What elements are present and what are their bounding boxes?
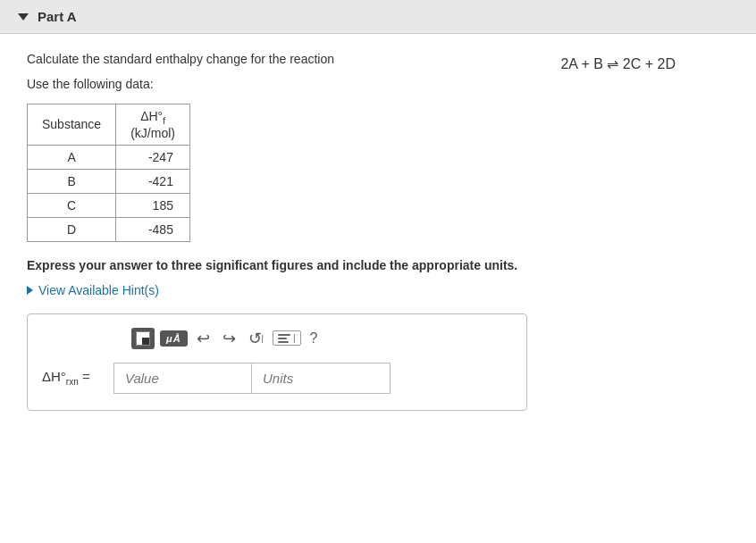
keyboard-button[interactable]: | (273, 330, 301, 346)
collapse-chevron-icon[interactable] (18, 13, 29, 21)
symbol-label: μÅ (166, 333, 181, 344)
reset-button[interactable]: ↺| (245, 327, 267, 350)
hint-text: View Available Hint(s) (38, 283, 159, 297)
table-header-substance: Substance (28, 104, 116, 146)
substance-d: D (28, 217, 116, 241)
substance-c: C (28, 193, 116, 217)
use-data-text: Use the following data: (27, 73, 729, 91)
hint-chevron-icon (27, 286, 33, 295)
substance-a: A (28, 145, 116, 169)
reaction-equation: 2A + B ⇌ 2C + 2D (560, 55, 676, 72)
value-input[interactable] (113, 363, 252, 394)
redo-button[interactable]: ↪ (219, 327, 239, 350)
table-header-enthalpy: ΔH°f (kJ/mol) (116, 104, 190, 146)
table-row: A -247 (28, 145, 190, 169)
table-row: D -485 (28, 217, 190, 241)
content-area: Calculate the standard enthalpy change f… (0, 34, 756, 438)
undo-button[interactable]: ↩ (193, 327, 214, 350)
blocks-icon-button[interactable] (131, 328, 155, 349)
enthalpy-header-line2: (kJ/mol) (130, 126, 175, 140)
part-title: Part A (38, 9, 77, 24)
units-input[interactable] (252, 363, 391, 394)
data-table: Substance ΔH°f (kJ/mol) A -247 B -421 (27, 104, 190, 242)
input-row: ΔH°rxn = (42, 363, 512, 394)
help-button[interactable]: ? (307, 329, 322, 348)
table-row: B -421 (28, 169, 190, 193)
symbol-button[interactable]: μÅ (160, 330, 188, 347)
express-text: Express your answer to three significant… (27, 258, 729, 272)
table-row: C 185 (28, 193, 190, 217)
toolbar: μÅ ↩ ↪ ↺| (42, 327, 512, 350)
part-header: Part A (0, 0, 756, 34)
help-label: ? (310, 330, 318, 346)
answer-box: μÅ ↩ ↪ ↺| (27, 313, 527, 411)
equation-text: 2A + B ⇌ 2C + 2D (560, 55, 676, 72)
enthalpy-header-line1: ΔH°f (140, 109, 165, 123)
substance-b: B (28, 169, 116, 193)
delta-h-label: ΔH°rxn = (42, 369, 105, 387)
value-a: -247 (116, 145, 190, 169)
hint-link[interactable]: View Available Hint(s) (27, 283, 729, 297)
value-b: -421 (116, 169, 190, 193)
equation-area: 2A + B ⇌ 2C + 2D (560, 55, 676, 72)
value-d: -485 (116, 217, 190, 241)
value-c: 185 (116, 193, 190, 217)
